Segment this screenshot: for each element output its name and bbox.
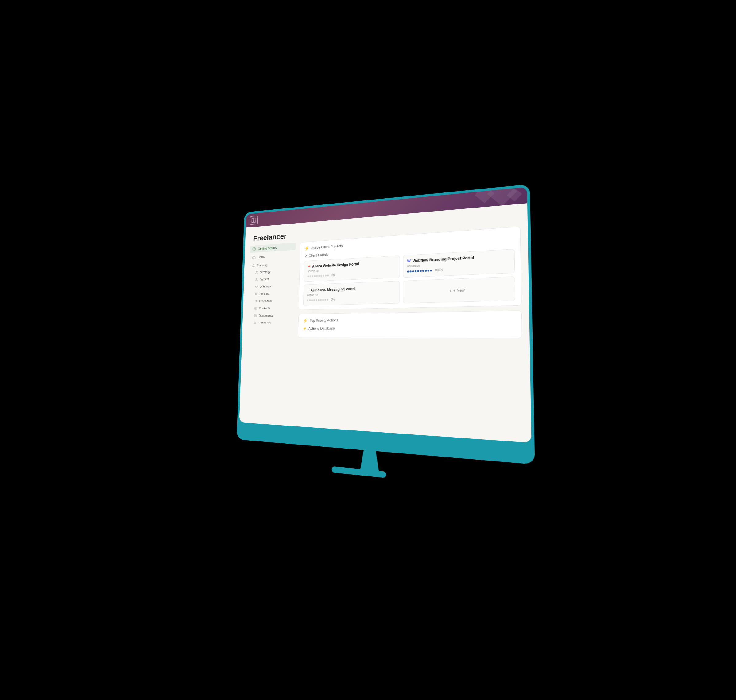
adot-4 xyxy=(313,299,315,301)
dot-2 xyxy=(310,275,311,277)
svg-point-2 xyxy=(253,247,256,251)
screen-content: Freelancer Getting Started xyxy=(239,203,531,443)
dot-9 xyxy=(325,275,327,276)
new-label: + New xyxy=(453,288,465,293)
main-content-area: ⚡ Active Client Projects ↗ Client Portal… xyxy=(296,226,524,439)
wdot-2 xyxy=(410,271,411,272)
actions-db-label: Actions Database xyxy=(309,326,335,331)
svg-rect-0 xyxy=(252,218,254,223)
wdot-5 xyxy=(417,270,419,272)
monitor-outer: Freelancer Getting Started xyxy=(237,184,535,465)
svg-point-3 xyxy=(253,264,254,266)
contacts-icon xyxy=(254,307,257,310)
documents-icon xyxy=(254,314,257,317)
acme-icon: ↑ xyxy=(307,288,309,293)
wdot-9 xyxy=(427,269,429,271)
sidebar-item-proposals[interactable]: Proposals xyxy=(248,297,294,304)
portal-card-new[interactable]: + + New xyxy=(403,276,515,303)
sidebar-item-strategy[interactable]: Strategy xyxy=(249,268,295,276)
progress-pct-acme: 0% xyxy=(331,298,335,301)
sidebar-item-targets[interactable]: Targets xyxy=(249,275,295,283)
monitor-chin xyxy=(351,431,388,450)
progress-dots-asana xyxy=(307,275,329,277)
adot-5 xyxy=(316,299,317,301)
monitor-wrapper: Freelancer Getting Started xyxy=(199,181,537,519)
actions-db-subheader: ⚡ Actions Database xyxy=(303,325,516,331)
research-icon xyxy=(254,321,256,324)
actions-icon: ⚡ xyxy=(303,326,307,330)
asana-icon: ✦ xyxy=(307,264,311,269)
planning-label: Planning xyxy=(257,263,267,268)
dot-5 xyxy=(316,275,318,277)
sidebar-item-pipeline[interactable]: Pipeline xyxy=(248,290,295,297)
dot-7 xyxy=(320,275,322,276)
monitor-bezel: Freelancer Getting Started xyxy=(239,187,531,443)
svg-rect-6 xyxy=(255,293,257,294)
sidebar: Getting Started Home xyxy=(244,243,296,423)
wdot-1 xyxy=(407,271,409,272)
top-priority-card: ⚡ Top Priority Actions ⚡ Actions Databas… xyxy=(298,310,522,338)
notion-logo-icon xyxy=(250,216,258,225)
portal-card-asana[interactable]: ✦ Asana Website Design Portal notion.so xyxy=(304,256,400,282)
adot-8 xyxy=(322,299,324,301)
arrow-icon: ↗ xyxy=(304,254,307,258)
top-priority-label: Top Priority Actions xyxy=(310,318,338,323)
wdot-4 xyxy=(415,270,416,272)
client-portals-label: Client Portals xyxy=(309,253,328,258)
priority-icon: ⚡ xyxy=(303,318,307,323)
progress-pct-webflow: 100% xyxy=(435,268,443,272)
targets-icon xyxy=(256,278,258,281)
dot-6 xyxy=(318,275,320,276)
active-projects-icon: ⚡ xyxy=(304,246,309,251)
portal-card-webflow[interactable]: W Webflow Branding Project Portal notion… xyxy=(403,249,515,278)
active-projects-label: Active Client Projects xyxy=(311,244,343,250)
client-portals-grid: ✦ Asana Website Design Portal notion.so xyxy=(303,249,515,306)
wdot-10 xyxy=(430,269,432,271)
adot-3 xyxy=(311,299,313,301)
progress-pct-asana: 0% xyxy=(331,274,335,277)
wdot-3 xyxy=(412,270,414,272)
sidebar-item-offerings[interactable]: Offerings xyxy=(248,282,295,290)
top-priority-header: ⚡ Top Priority Actions xyxy=(303,316,516,323)
adot-7 xyxy=(320,299,322,301)
adot-2 xyxy=(309,299,311,301)
getting-started-icon xyxy=(252,247,256,251)
dot-1 xyxy=(307,275,309,277)
sidebar-item-contacts[interactable]: Contacts xyxy=(248,304,295,311)
adot-1 xyxy=(307,299,309,301)
svg-point-9 xyxy=(254,322,256,324)
home-label: Home xyxy=(257,255,265,259)
svg-rect-8 xyxy=(254,315,256,316)
progress-dots-webflow xyxy=(407,269,432,272)
adot-10 xyxy=(326,299,328,301)
dot-3 xyxy=(312,275,313,277)
pipeline-icon xyxy=(255,293,257,296)
svg-point-5 xyxy=(256,278,257,280)
adot-9 xyxy=(325,299,326,301)
new-icon: + xyxy=(449,288,452,293)
dot-4 xyxy=(314,275,316,277)
portal-card-acme[interactable]: ↑ Acme Inc. Messaging Portal notion.so xyxy=(303,281,400,306)
planning-section-label: Planning xyxy=(249,259,295,269)
home-icon xyxy=(252,255,256,259)
adot-6 xyxy=(318,299,320,301)
main-layout: Getting Started Home xyxy=(239,226,531,443)
wdot-7 xyxy=(422,270,424,272)
stand-neck xyxy=(360,447,379,471)
monitor-logo-area xyxy=(250,216,258,225)
svg-rect-7 xyxy=(255,307,257,309)
strategy-icon xyxy=(256,271,258,274)
sidebar-item-documents[interactable]: Documents xyxy=(248,312,294,319)
sidebar-item-research[interactable]: Research xyxy=(247,319,294,326)
progress-dots-acme xyxy=(307,299,328,301)
getting-started-label: Getting Started xyxy=(258,246,278,250)
planning-icon xyxy=(252,264,255,268)
wdot-6 xyxy=(420,270,422,272)
svg-rect-1 xyxy=(254,218,256,223)
dot-8 xyxy=(323,275,325,276)
webflow-icon: W xyxy=(407,259,411,263)
portal-progress-acme: 0% xyxy=(307,296,396,302)
offerings-icon xyxy=(255,285,257,288)
dot-10 xyxy=(327,275,329,276)
svg-point-4 xyxy=(256,271,257,273)
